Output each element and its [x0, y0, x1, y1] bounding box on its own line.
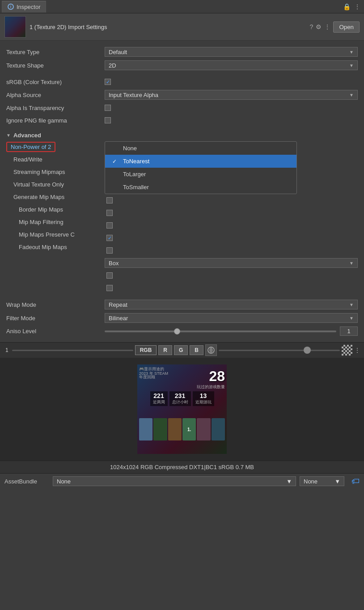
alpha-source-control: Input Texture Alpha ▼: [105, 90, 358, 100]
chevron-down-icon: ▼: [349, 50, 354, 55]
dropdown-item-tonearest[interactable]: ✓ ToNearest: [105, 155, 296, 168]
page-slider[interactable]: [12, 350, 133, 351]
mip-maps-preserve-checkbox[interactable]: [106, 272, 113, 279]
texture-shape-dropdown[interactable]: 2D ▼: [105, 60, 358, 70]
mip-map-filtering-row: Mip Map Filtering: [6, 216, 105, 228]
ignore-png-checkbox[interactable]: [105, 117, 111, 123]
asset-bundle-dropdown-1[interactable]: None ▼: [53, 476, 296, 486]
border-mip-maps-label: Border Mip Maps: [6, 206, 63, 213]
separator-1: [0, 72, 364, 76]
aniso-slider[interactable]: [105, 330, 336, 332]
tag-container: 🏷: [351, 477, 360, 486]
color-picker-icon[interactable]: [205, 344, 217, 356]
chevron-down-icon: ▼: [349, 261, 354, 266]
page-number: 1: [4, 347, 10, 353]
srgb-label: sRGB (Color Texture): [6, 79, 105, 85]
ignore-png-row: Ignore PNG file gamma: [0, 114, 364, 127]
texture-type-dropdown[interactable]: Default ▼: [105, 47, 358, 57]
stat-box-1: 221 近两周: [150, 391, 168, 406]
srgb-checkbox[interactable]: [105, 79, 111, 85]
thumb-5: [197, 418, 210, 441]
b-button[interactable]: B: [190, 345, 203, 355]
asset-bundle-dropdown-2[interactable]: None ▼: [300, 476, 344, 486]
non-power-of-2-row: Non-Power of 2: [6, 140, 105, 153]
rgb-button[interactable]: RGB: [135, 345, 157, 355]
slider-thumb[interactable]: [174, 328, 180, 335]
streaming-mipmaps-checkbox[interactable]: [106, 210, 113, 216]
settings-icon[interactable]: ⚙: [316, 23, 322, 30]
alpha-source-label: Alpha Source: [6, 92, 105, 98]
read-write-value: [105, 194, 358, 207]
chevron-down-icon: ▼: [349, 93, 354, 97]
toolbar-more-icon[interactable]: ⋮: [354, 347, 360, 354]
preview-game-thumbnails: 1.: [137, 418, 227, 441]
alpha-transparency-checkbox[interactable]: [105, 105, 111, 111]
dropdown-item-tolarger[interactable]: ToLarger: [105, 168, 296, 181]
stat-box-3: 13 近期游玩: [193, 391, 214, 406]
preview-sub-label: 年度回顾: [139, 374, 155, 380]
texture-shape-label: Texture Shape: [6, 62, 105, 69]
help-icon[interactable]: ?: [310, 23, 313, 30]
thumb-1: [139, 418, 152, 441]
virtual-texture-only-value: [105, 219, 358, 232]
filter-mode-row: Filter Mode Bilinear ▼: [0, 311, 364, 325]
asset-bundle-bar: AssetBundle None ▼ None ▼ 🏷: [0, 473, 364, 489]
asset-title: 1 (Texture 2D) Import Settings: [30, 24, 306, 30]
checkerboard-icon[interactable]: [342, 345, 352, 356]
advanced-labels: Non-Power of 2 Read/Write Streaming Mipm…: [6, 140, 105, 294]
status-text: 1024x1024 RGB Compressed DXT1|BC1 sRGB 0…: [110, 464, 254, 470]
generate-mip-maps-checkbox[interactable]: [106, 235, 113, 241]
alpha-source-dropdown[interactable]: Input Texture Alpha ▼: [105, 90, 358, 100]
filter-mode-control: Bilinear ▼: [105, 313, 358, 323]
asset-thumbnail: [4, 16, 26, 38]
g-button[interactable]: G: [174, 345, 188, 355]
texture-type-row: Texture Type Default ▼: [0, 45, 364, 59]
texture-shape-control: 2D ▼: [105, 60, 358, 70]
inspector-icon: i: [8, 4, 14, 10]
alpha-transparency-row: Alpha Is Transparency: [0, 102, 364, 114]
tag-icon[interactable]: 🏷: [351, 477, 360, 486]
fadeout-mip-maps-label: Fadeout Mip Maps: [6, 244, 67, 250]
fadeout-mip-maps-checkbox[interactable]: [106, 285, 113, 291]
read-write-checkbox[interactable]: [106, 197, 113, 203]
generate-mip-maps-label: Generate Mip Maps: [6, 194, 64, 200]
border-mip-maps-checkbox[interactable]: [106, 247, 113, 254]
mip-map-filtering-dropdown[interactable]: Box ▼: [105, 258, 358, 268]
status-bar: 1024x1024 RGB Compressed DXT1|BC1 sRGB 0…: [0, 461, 364, 473]
texture-type-label: Texture Type: [6, 49, 105, 55]
header-more-icon[interactable]: ⋮: [324, 23, 330, 30]
preview-number: 28: [209, 368, 225, 385]
r-button[interactable]: R: [158, 345, 172, 355]
streaming-mipmaps-label: Streaming Mipmaps: [6, 169, 65, 175]
virtual-texture-only-row: Virtual Texture Only: [6, 178, 105, 191]
mip-maps-preserve-label: Mip Maps Preserve C: [6, 231, 75, 238]
aniso-value[interactable]: 1: [340, 326, 358, 336]
srgb-row: sRGB (Color Texture): [0, 76, 364, 88]
zoom-thumb[interactable]: [304, 347, 311, 354]
more-icon[interactable]: ⋮: [354, 3, 360, 10]
advanced-section-header[interactable]: ▼ Advanced: [0, 130, 364, 140]
wrap-mode-label: Wrap Mode: [6, 301, 105, 308]
main-content: Texture Type Default ▼ Texture Shape 2D …: [0, 41, 364, 342]
virtual-texture-only-checkbox[interactable]: [106, 222, 113, 229]
read-write-row: Read/Write: [6, 153, 105, 165]
wrap-mode-control: Repeat ▼: [105, 300, 358, 309]
aniso-level-control: 1: [105, 326, 358, 336]
thumb-4: 1.: [182, 418, 196, 441]
wrap-mode-dropdown[interactable]: Repeat ▼: [105, 300, 358, 309]
lock-icon[interactable]: 🔒: [343, 3, 351, 10]
thumb-3: [168, 418, 182, 441]
generate-mip-maps-row: Generate Mip Maps: [6, 191, 105, 203]
dropdown-item-tosmaller[interactable]: ToSmaller: [105, 181, 296, 194]
filter-mode-dropdown[interactable]: Bilinear ▼: [105, 313, 358, 323]
inspector-tab[interactable]: i Inspector: [2, 1, 46, 13]
zoom-slider[interactable]: [219, 350, 340, 351]
thumb-2: [153, 418, 167, 441]
thumb-6: [212, 418, 225, 441]
preview-image: 🎮显示用途的 2023 年 STEAM 年度回顾 28 玩过的游戏数量 221 …: [137, 364, 227, 454]
dropdown-item-none[interactable]: None: [105, 142, 296, 155]
non-power-of-2-label[interactable]: Non-Power of 2: [6, 142, 55, 152]
stat-box-2: 231 总计小时: [169, 391, 191, 406]
open-button[interactable]: Open: [333, 21, 360, 33]
read-write-label: Read/Write: [6, 156, 42, 163]
